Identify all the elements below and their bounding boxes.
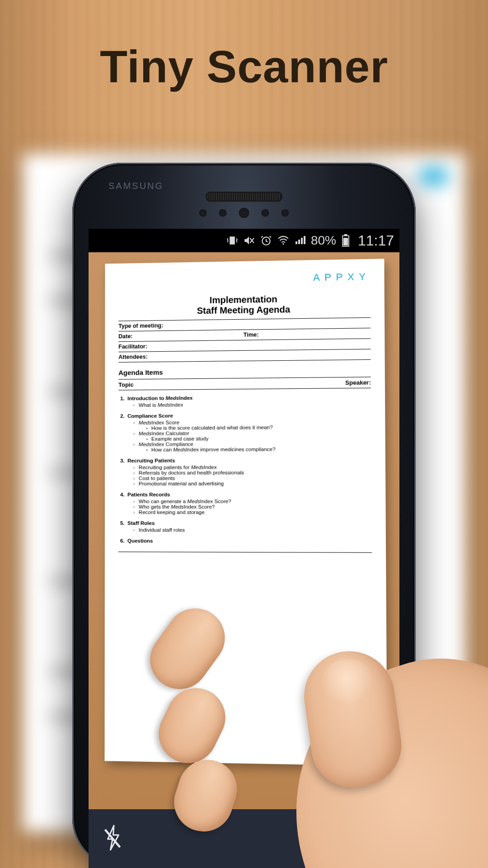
agenda-item: 3. Recruiting PatientsRecruiting patient…: [120, 457, 371, 486]
status-bar: 80% 11:17: [89, 229, 399, 252]
phone-screen: 80% 11:17 APPXY Implementation Staff Mee…: [89, 229, 399, 868]
svg-rect-7: [343, 238, 348, 245]
flash-toggle-button[interactable]: [102, 824, 123, 853]
sensor-bar: [199, 208, 289, 218]
field-attendees: Attendees:: [118, 349, 371, 363]
agenda-items: 1. Introduction to MedsIndexWhat is Meds…: [118, 394, 372, 544]
vibrate-icon: [227, 235, 238, 246]
svg-rect-6: [344, 234, 347, 236]
agenda-header: Agenda Items: [118, 366, 371, 377]
camera-viewport[interactable]: APPXY Implementation Staff Meeting Agend…: [89, 252, 399, 809]
scanned-document: APPXY Implementation Staff Meeting Agend…: [104, 259, 387, 766]
wifi-icon: [277, 235, 289, 246]
svg-line-8: [105, 830, 120, 847]
battery-percent: 80%: [311, 233, 336, 248]
phone-frame: SAMSUNG 80%: [72, 163, 416, 868]
phone-brand: SAMSUNG: [108, 181, 164, 191]
mute-icon: [243, 235, 255, 246]
agenda-item: 6. Questions: [120, 538, 372, 544]
alarm-icon: [260, 235, 272, 246]
agenda-item: 5. Staff RolesIndividual staff roles: [120, 520, 372, 533]
doc-brand: APPXY: [118, 271, 370, 287]
svg-rect-0: [230, 237, 234, 244]
agenda-item: 4. Patients RecordsWho can generate a Me…: [120, 491, 371, 515]
battery-icon: [342, 234, 350, 247]
signal-icon: [295, 235, 305, 246]
agenda-item: 2. Compliance ScoreMedsIndex ScoreHow is…: [120, 411, 371, 453]
earpiece: [206, 192, 282, 202]
clock: 11:17: [358, 232, 394, 249]
agenda-item: 1. Introduction to MedsIndexWhat is Meds…: [120, 394, 371, 408]
promo-title: Tiny Scanner: [0, 41, 488, 93]
agenda-columns: Topic Speaker:: [118, 377, 371, 390]
svg-point-4: [282, 243, 284, 245]
camera-toolbar: [89, 809, 399, 868]
